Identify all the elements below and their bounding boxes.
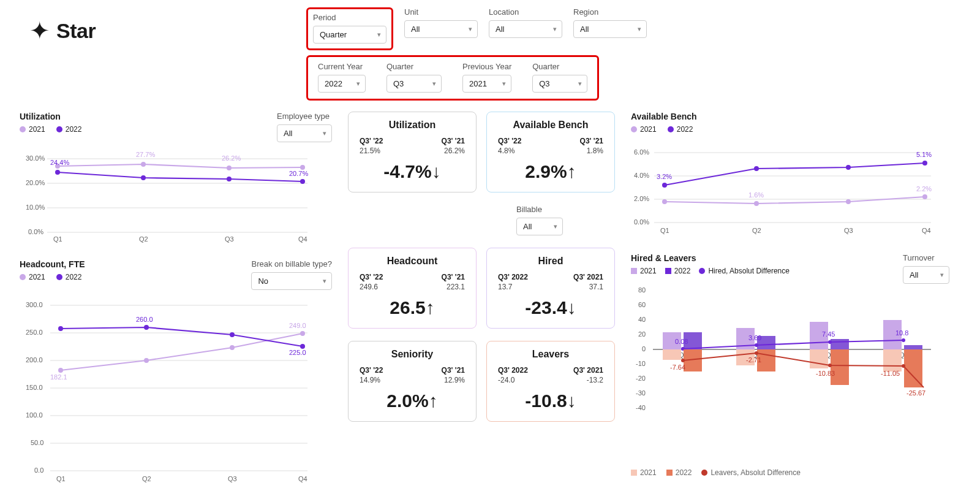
svg-text:Q3: Q3 [228, 475, 237, 482]
period-select[interactable]: Quarter [313, 26, 386, 44]
svg-rect-115 [904, 349, 922, 387]
bench-title: Available Bench [631, 112, 949, 121]
svg-point-44 [230, 345, 235, 350]
svg-text:-30: -30 [636, 389, 646, 397]
employee-type-select[interactable]: All [277, 124, 332, 142]
svg-point-18 [55, 170, 60, 175]
svg-text:150.0: 150.0 [26, 384, 43, 391]
billable-select[interactable]: All [516, 218, 563, 235]
svg-text:-40: -40 [636, 404, 646, 411]
hired-leavers-chart: Hired & Leavers 2021 2022 Hired, Absolut… [631, 253, 949, 477]
svg-point-118 [828, 364, 832, 367]
bench-chart: Available Bench 2021 2022 6.0% 4.0% 2.0%… [631, 112, 949, 242]
legend-hired-2021: 2021 [631, 267, 657, 275]
headcount-title: Headcount, FTE [20, 259, 85, 269]
utilization-title: Utilization [20, 112, 81, 121]
svg-rect-112 [810, 349, 828, 368]
svg-text:250.0: 250.0 [26, 329, 43, 336]
current-quarter-select[interactable]: Q3 [386, 75, 442, 93]
svg-text:2.0%: 2.0% [634, 195, 649, 202]
svg-text:182.1: 182.1 [50, 373, 67, 381]
svg-point-14 [227, 166, 232, 170]
svg-text:20.7%: 20.7% [289, 170, 308, 177]
bench-line-chart: 6.0% 4.0% 2.0% 0.0% Q1 Q2 Q3 Q4 1.6% 2.2… [631, 136, 937, 240]
svg-text:Q4: Q4 [298, 235, 307, 243]
svg-text:0.0%: 0.0% [28, 228, 43, 235]
legend-leavers-abs: Leavers, Absolut Difference [701, 468, 801, 477]
previous-year-label: Previous Year [462, 62, 511, 71]
svg-point-74 [846, 165, 851, 170]
period-filter-label: Period [313, 13, 386, 22]
svg-text:-20: -20 [636, 375, 646, 382]
svg-text:260.0: 260.0 [136, 316, 153, 323]
previous-year-select[interactable]: 2021 [462, 75, 511, 93]
svg-point-42 [58, 368, 63, 373]
break-billable-label: Break on billable type? [251, 259, 332, 269]
svg-point-15 [300, 165, 305, 170]
svg-point-43 [144, 358, 149, 363]
kpi-utilization: Utilization Q3' '22Q3' '21 21.5%26.2% -4… [348, 112, 477, 192]
svg-text:3.69: 3.69 [748, 334, 761, 341]
break-billable-select[interactable]: No [251, 272, 332, 290]
kpi-hired: Hired Q3' 2022Q3' 2021 13.737.1 -23.4↓ [486, 248, 615, 329]
location-select[interactable]: All [489, 20, 562, 38]
svg-text:0.0%: 0.0% [634, 218, 649, 226]
svg-text:7.45: 7.45 [822, 330, 835, 338]
svg-text:26.2%: 26.2% [222, 154, 241, 162]
utilization-chart: Utilization 2021 2022 Employee type All … [20, 112, 332, 248]
svg-text:-10: -10 [636, 360, 646, 367]
svg-text:Q3: Q3 [225, 235, 234, 243]
svg-text:6.0%: 6.0% [634, 148, 649, 156]
svg-text:10.8: 10.8 [895, 329, 908, 337]
svg-text:-2.71: -2.71 [746, 356, 761, 364]
svg-text:225.0: 225.0 [289, 349, 306, 356]
svg-point-20 [227, 177, 232, 181]
svg-point-101 [755, 343, 758, 347]
svg-point-119 [902, 364, 905, 368]
headcount-chart: Headcount, FTE 2021 2022 Break on billab… [20, 259, 332, 497]
svg-text:Q2: Q2 [142, 475, 151, 482]
svg-text:0.0: 0.0 [34, 467, 43, 474]
svg-text:Q1: Q1 [56, 475, 66, 482]
hired-leavers-title: Hired & Leavers [631, 253, 790, 263]
svg-text:300.0: 300.0 [26, 301, 43, 308]
svg-text:0: 0 [642, 345, 646, 352]
star-icon: ✦ [29, 18, 50, 43]
svg-rect-97 [831, 339, 849, 349]
turnover-select[interactable]: All [903, 266, 949, 284]
billable-label: Billable [516, 205, 563, 214]
svg-text:80: 80 [638, 286, 646, 294]
svg-point-45 [300, 331, 305, 336]
svg-text:Q4: Q4 [922, 227, 931, 234]
previous-quarter-select[interactable]: Q3 [532, 75, 587, 93]
svg-text:Q3: Q3 [844, 227, 853, 234]
svg-text:2.2%: 2.2% [916, 185, 932, 192]
hired-leavers-bar-chart: 80 60 40 20 0 -10 -20 -30 -40 Q1 Q2 [631, 284, 937, 462]
svg-text:40: 40 [638, 316, 646, 323]
current-year-select[interactable]: 2022 [318, 75, 366, 93]
legend-2021: 2021 [20, 273, 45, 281]
svg-point-49 [144, 325, 149, 330]
svg-text:Q4: Q4 [298, 475, 307, 482]
unit-select[interactable]: All [404, 20, 478, 38]
svg-text:Q2: Q2 [139, 235, 148, 243]
region-select[interactable]: All [573, 20, 647, 38]
svg-rect-114 [883, 349, 902, 371]
kpi-seniority: Seniority Q3' '22Q3' '21 14.9%12.9% 2.0%… [348, 341, 477, 422]
brand-logo: ✦ Star [29, 18, 96, 43]
svg-text:5.1%: 5.1% [916, 151, 932, 158]
current-quarter-label: Quarter [386, 62, 442, 71]
svg-point-102 [828, 340, 832, 344]
svg-rect-108 [663, 349, 681, 360]
legend-2021: 2021 [631, 125, 657, 134]
svg-point-48 [58, 326, 63, 331]
employee-type-label: Employee type [277, 112, 332, 121]
svg-text:24.4%: 24.4% [50, 159, 69, 166]
svg-text:20: 20 [638, 330, 646, 338]
svg-point-68 [846, 199, 851, 204]
svg-text:60: 60 [638, 301, 646, 308]
legend-2022: 2022 [56, 273, 82, 281]
svg-text:Q2: Q2 [752, 227, 761, 234]
svg-text:-25.67: -25.67 [907, 389, 925, 397]
svg-text:200.0: 200.0 [26, 356, 43, 364]
